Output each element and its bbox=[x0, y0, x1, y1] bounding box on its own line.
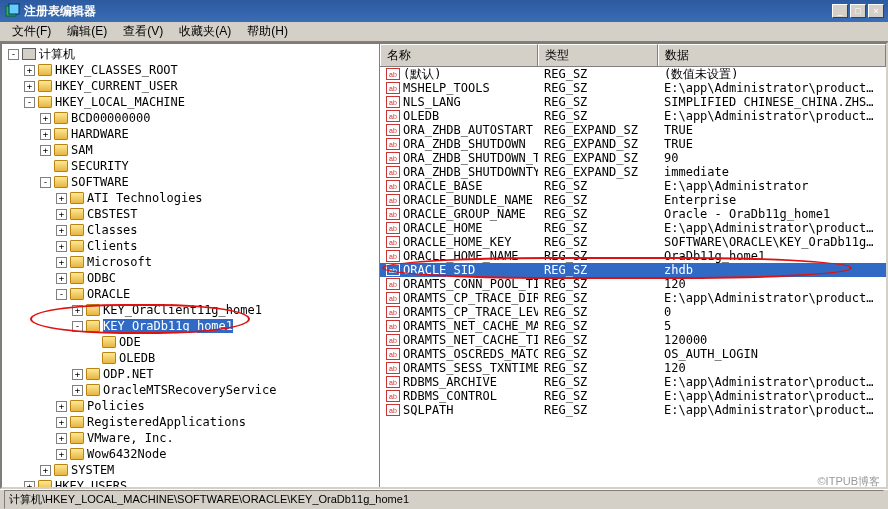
tree-item[interactable]: +HKEY_USERS bbox=[4, 478, 377, 487]
tree-item[interactable]: +BCD00000000 bbox=[4, 110, 377, 126]
folder-icon bbox=[70, 256, 84, 268]
expand-toggle[interactable]: + bbox=[56, 417, 67, 428]
tree-item[interactable]: OLEDB bbox=[4, 350, 377, 366]
col-data[interactable]: 数据 bbox=[658, 44, 886, 66]
value-row[interactable]: abRDBMS_ARCHIVEREG_SZE:\app\Administrato… bbox=[380, 375, 886, 389]
expand-toggle[interactable]: + bbox=[24, 65, 35, 76]
value-name: SQLPATH bbox=[403, 403, 454, 417]
menu-view[interactable]: 查看(V) bbox=[115, 21, 171, 42]
value-row[interactable]: abORAMTS_SESS_TXNTIMETOLIVEREG_SZ120 bbox=[380, 361, 886, 375]
value-row[interactable]: ab(默认)REG_SZ(数值未设置) bbox=[380, 67, 886, 81]
menu-help[interactable]: 帮助(H) bbox=[239, 21, 296, 42]
value-row[interactable]: abORACLE_HOME_NAMEREG_SZOraDb11g_home1 bbox=[380, 249, 886, 263]
expand-toggle[interactable]: - bbox=[24, 97, 35, 108]
value-row[interactable]: abORAMTS_CP_TRACE_DIRREG_SZE:\app\Admini… bbox=[380, 291, 886, 305]
value-row[interactable]: abORACLE_BUNDLE_NAMEREG_SZEnterprise bbox=[380, 193, 886, 207]
value-data: 0 bbox=[658, 305, 886, 319]
value-row[interactable]: abORACLE_GROUP_NAMEREG_SZOracle - OraDb1… bbox=[380, 207, 886, 221]
tree-item[interactable]: +ATI Technologies bbox=[4, 190, 377, 206]
tree-item[interactable]: +Clients bbox=[4, 238, 377, 254]
expand-toggle[interactable]: + bbox=[72, 369, 83, 380]
value-row[interactable]: abOLEDBREG_SZE:\app\Administrator\produc… bbox=[380, 109, 886, 123]
expand-toggle[interactable]: + bbox=[56, 273, 67, 284]
expand-toggle[interactable]: - bbox=[40, 177, 51, 188]
tree-item[interactable]: +KEY_OraClient11g_home1 bbox=[4, 302, 377, 318]
tree-item[interactable]: -KEY_OraDb11g_home1 bbox=[4, 318, 377, 334]
folder-icon bbox=[54, 128, 68, 140]
tree-item[interactable]: +SAM bbox=[4, 142, 377, 158]
expand-toggle[interactable]: + bbox=[56, 401, 67, 412]
tree-item[interactable]: +Classes bbox=[4, 222, 377, 238]
expand-toggle[interactable]: + bbox=[40, 465, 51, 476]
tree-item[interactable]: -计算机 bbox=[4, 46, 377, 62]
value-row[interactable]: abORAMTS_OSCREDS_MATCH_LEVELREG_SZOS_AUT… bbox=[380, 347, 886, 361]
value-row[interactable]: abRDBMS_CONTROLREG_SZE:\app\Administrato… bbox=[380, 389, 886, 403]
tree-item[interactable]: -HKEY_LOCAL_MACHINE bbox=[4, 94, 377, 110]
tree-item[interactable]: +HKEY_CLASSES_ROOT bbox=[4, 62, 377, 78]
menu-favorites[interactable]: 收藏夹(A) bbox=[171, 21, 239, 42]
expand-toggle[interactable]: + bbox=[24, 81, 35, 92]
value-row[interactable]: abORA_ZHDB_AUTOSTARTREG_EXPAND_SZTRUE bbox=[380, 123, 886, 137]
value-row[interactable]: abORAMTS_CONN_POOL_TIMEOUTREG_SZ120 bbox=[380, 277, 886, 291]
value-row[interactable]: abMSHELP_TOOLSREG_SZE:\app\Administrator… bbox=[380, 81, 886, 95]
expand-toggle[interactable]: + bbox=[72, 385, 83, 396]
value-row[interactable]: abORACLE_SIDREG_SZzhdb bbox=[380, 263, 886, 277]
tree-item[interactable]: -SOFTWARE bbox=[4, 174, 377, 190]
tree-item[interactable]: +OracleMTSRecoveryService bbox=[4, 382, 377, 398]
tree-item[interactable]: +CBSTEST bbox=[4, 206, 377, 222]
value-row[interactable]: abORACLE_BASEREG_SZE:\app\Administrator bbox=[380, 179, 886, 193]
tree-item[interactable]: ODE bbox=[4, 334, 377, 350]
col-type[interactable]: 类型 bbox=[538, 44, 658, 66]
value-row[interactable]: abORA_ZHDB_SHUTDOWN_TIMEOUTREG_EXPAND_SZ… bbox=[380, 151, 886, 165]
tree-item[interactable]: +RegisteredApplications bbox=[4, 414, 377, 430]
value-row[interactable]: abORACLE_HOME_KEYREG_SZSOFTWARE\ORACLE\K… bbox=[380, 235, 886, 249]
tree-item[interactable]: +Policies bbox=[4, 398, 377, 414]
tree-item[interactable]: +ODBC bbox=[4, 270, 377, 286]
expand-toggle[interactable]: + bbox=[72, 305, 83, 316]
tree-item[interactable]: +SYSTEM bbox=[4, 462, 377, 478]
expand-toggle[interactable]: + bbox=[40, 145, 51, 156]
menu-edit[interactable]: 编辑(E) bbox=[59, 21, 115, 42]
value-row[interactable]: abORA_ZHDB_SHUTDOWNTYPEREG_EXPAND_SZimme… bbox=[380, 165, 886, 179]
menu-file[interactable]: 文件(F) bbox=[4, 21, 59, 42]
tree-item[interactable]: +ODP.NET bbox=[4, 366, 377, 382]
expand-toggle[interactable]: + bbox=[56, 433, 67, 444]
string-value-icon: ab bbox=[386, 68, 400, 80]
expand-toggle[interactable]: - bbox=[72, 321, 83, 332]
expand-toggle[interactable]: + bbox=[56, 257, 67, 268]
folder-icon bbox=[102, 352, 116, 364]
folder-icon bbox=[70, 208, 84, 220]
value-row[interactable]: abNLS_LANGREG_SZSIMPLIFIED CHINESE_CHINA… bbox=[380, 95, 886, 109]
expand-toggle[interactable]: + bbox=[56, 193, 67, 204]
values-pane[interactable]: 名称 类型 数据 ab(默认)REG_SZ(数值未设置)abMSHELP_TOO… bbox=[380, 44, 886, 487]
col-name[interactable]: 名称 bbox=[380, 44, 538, 66]
expand-toggle[interactable]: + bbox=[56, 209, 67, 220]
tree-item[interactable]: +Wow6432Node bbox=[4, 446, 377, 462]
tree-pane[interactable]: -计算机+HKEY_CLASSES_ROOT+HKEY_CURRENT_USER… bbox=[2, 44, 380, 487]
expand-toggle[interactable]: + bbox=[56, 225, 67, 236]
tree-item[interactable]: -ORACLE bbox=[4, 286, 377, 302]
maximize-button[interactable]: □ bbox=[850, 4, 866, 18]
value-row[interactable]: abORA_ZHDB_SHUTDOWNREG_EXPAND_SZTRUE bbox=[380, 137, 886, 151]
value-data: E:\app\Administrator\product\11.2.0\dbho… bbox=[658, 291, 886, 305]
tree-item[interactable]: +HKEY_CURRENT_USER bbox=[4, 78, 377, 94]
tree-item[interactable]: +HARDWARE bbox=[4, 126, 377, 142]
tree-item[interactable]: SECURITY bbox=[4, 158, 377, 174]
expand-toggle[interactable]: + bbox=[24, 481, 35, 488]
minimize-button[interactable]: _ bbox=[832, 4, 848, 18]
tree-item[interactable]: +VMware, Inc. bbox=[4, 430, 377, 446]
expand-toggle[interactable]: + bbox=[40, 129, 51, 140]
value-row[interactable]: abORAMTS_NET_CACHE_MAXFREEREG_SZ5 bbox=[380, 319, 886, 333]
close-button[interactable]: × bbox=[868, 4, 884, 18]
expand-toggle[interactable]: + bbox=[56, 241, 67, 252]
expand-toggle[interactable]: - bbox=[8, 49, 19, 60]
value-type: REG_SZ bbox=[538, 67, 658, 81]
tree-item[interactable]: +Microsoft bbox=[4, 254, 377, 270]
expand-toggle[interactable]: + bbox=[56, 449, 67, 460]
value-row[interactable]: abORAMTS_CP_TRACE_LEVELREG_SZ0 bbox=[380, 305, 886, 319]
expand-toggle[interactable]: + bbox=[40, 113, 51, 124]
value-row[interactable]: abORAMTS_NET_CACHE_TIMEOUTREG_SZ120000 bbox=[380, 333, 886, 347]
value-row[interactable]: abORACLE_HOMEREG_SZE:\app\Administrator\… bbox=[380, 221, 886, 235]
expand-toggle[interactable]: - bbox=[56, 289, 67, 300]
value-row[interactable]: abSQLPATHREG_SZE:\app\Administrator\prod… bbox=[380, 403, 886, 417]
